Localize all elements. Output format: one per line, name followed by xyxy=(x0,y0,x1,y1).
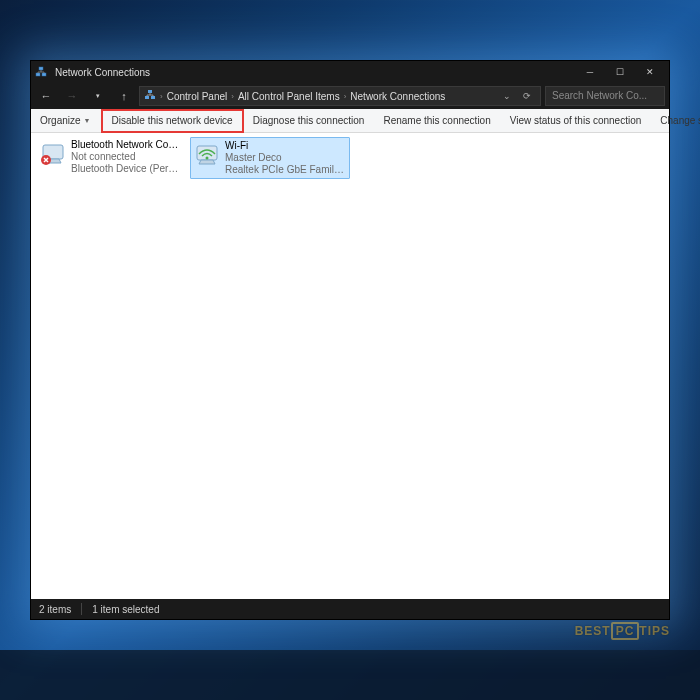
search-input[interactable]: Search Network Co... xyxy=(545,86,665,106)
disable-device-button[interactable]: Disable this network device xyxy=(101,109,244,133)
rename-button[interactable]: Rename this connection xyxy=(374,109,500,133)
status-selected-count: 1 item selected xyxy=(92,604,159,615)
disable-label: Disable this network device xyxy=(112,115,233,126)
titlebar: Network Connections ─ ☐ ✕ xyxy=(31,61,669,83)
wifi-adapter-icon xyxy=(193,140,221,168)
address-bar-row: ← → ▾ ↑ › Control Panel › All Control Pa… xyxy=(31,83,669,109)
chevron-right-icon: › xyxy=(342,92,349,101)
crumb-control-panel[interactable]: Control Panel xyxy=(167,91,228,102)
change-settings-label: Change settings of this connection xyxy=(660,115,700,126)
crumb-all-items[interactable]: All Control Panel Items xyxy=(238,91,340,102)
recent-dropdown[interactable]: ▾ xyxy=(87,85,109,107)
maximize-button[interactable]: ☐ xyxy=(605,61,635,83)
view-status-label: View status of this connection xyxy=(510,115,642,126)
adapter-name: Bluetooth Network Connection 3 xyxy=(71,139,180,151)
svg-rect-2 xyxy=(39,67,43,70)
crumb-network-connections[interactable]: Network Connections xyxy=(350,91,445,102)
adapter-bluetooth[interactable]: Bluetooth Network Connection 3 Not conne… xyxy=(37,137,182,177)
network-connections-window: Network Connections ─ ☐ ✕ ← → ▾ ↑ › Cont… xyxy=(30,60,670,620)
svg-point-15 xyxy=(206,157,209,160)
address-dropdown-icon[interactable]: ⌄ xyxy=(498,91,516,101)
adapter-status: Not connected xyxy=(71,151,180,163)
adapter-wifi[interactable]: Wi-Fi Master Deco Realtek PCIe GbE Famil… xyxy=(190,137,350,179)
adapter-device: Realtek PCIe GbE Family Controller xyxy=(225,164,347,176)
change-settings-button[interactable]: Change settings of this connection xyxy=(651,109,700,133)
status-item-count: 2 items xyxy=(39,604,71,615)
refresh-icon[interactable]: ⟳ xyxy=(518,91,536,101)
adapter-status: Master Deco xyxy=(225,152,347,164)
view-status-button[interactable]: View status of this connection xyxy=(501,109,652,133)
svg-rect-1 xyxy=(42,73,46,76)
adapter-list: Bluetooth Network Connection 3 Not conne… xyxy=(31,133,669,599)
rename-label: Rename this connection xyxy=(383,115,490,126)
window-title: Network Connections xyxy=(55,67,150,78)
chevron-right-icon: › xyxy=(158,92,165,101)
chevron-down-icon: ▼ xyxy=(84,117,91,124)
breadcrumb[interactable]: › Control Panel › All Control Panel Item… xyxy=(139,86,541,106)
diagnose-button[interactable]: Diagnose this connection xyxy=(244,109,375,133)
chevron-right-icon: › xyxy=(229,92,236,101)
back-button[interactable]: ← xyxy=(35,85,57,107)
diagnose-label: Diagnose this connection xyxy=(253,115,365,126)
forward-button[interactable]: → xyxy=(61,85,83,107)
desktop-taskbar xyxy=(0,650,700,700)
up-button[interactable]: ↑ xyxy=(113,85,135,107)
status-bar: 2 items 1 item selected xyxy=(31,599,669,619)
organize-button[interactable]: Organize ▼ xyxy=(31,109,101,133)
svg-rect-4 xyxy=(151,96,155,99)
organize-label: Organize xyxy=(40,115,81,126)
adapter-name: Wi-Fi xyxy=(225,140,347,152)
svg-rect-0 xyxy=(36,73,40,76)
command-bar: Organize ▼ Disable this network device D… xyxy=(31,109,669,133)
minimize-button[interactable]: ─ xyxy=(575,61,605,83)
bluetooth-adapter-icon xyxy=(39,139,67,167)
svg-rect-5 xyxy=(148,90,152,93)
watermark: BESTPCTIPS xyxy=(575,622,670,640)
network-icon xyxy=(144,89,156,103)
adapter-device: Bluetooth Device (Personal Area ... xyxy=(71,163,180,175)
close-button[interactable]: ✕ xyxy=(635,61,665,83)
svg-rect-3 xyxy=(145,96,149,99)
network-icon xyxy=(35,65,49,79)
